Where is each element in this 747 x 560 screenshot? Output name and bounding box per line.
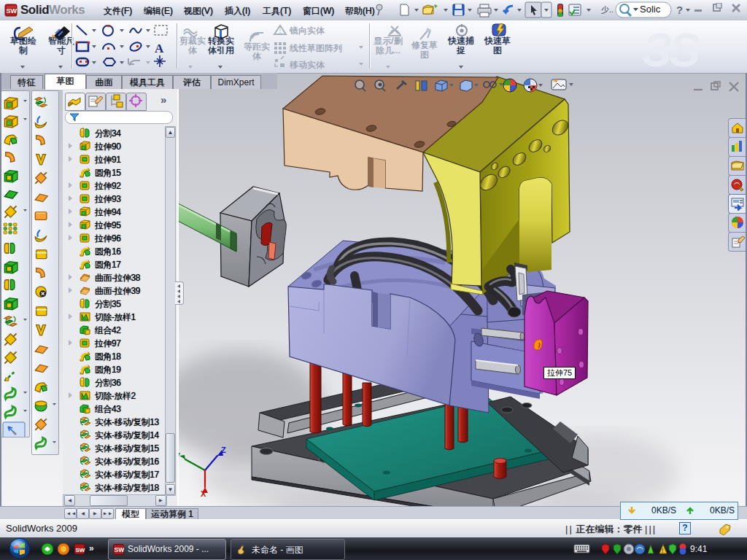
svg-text:!: !	[662, 547, 664, 554]
svg-text:SW: SW	[115, 546, 125, 553]
svg-text:Solic: Solic	[640, 4, 661, 15]
svg-text:A: A	[155, 42, 164, 55]
svg-text:»: »	[89, 543, 94, 553]
svg-text:SW: SW	[76, 547, 85, 553]
svg-text:?: ?	[676, 4, 683, 16]
svg-text:Z: Z	[221, 446, 226, 454]
svg-text:X: X	[201, 489, 206, 498]
svg-text:SW: SW	[7, 7, 18, 15]
svg-text:少..: 少..	[601, 5, 614, 14]
